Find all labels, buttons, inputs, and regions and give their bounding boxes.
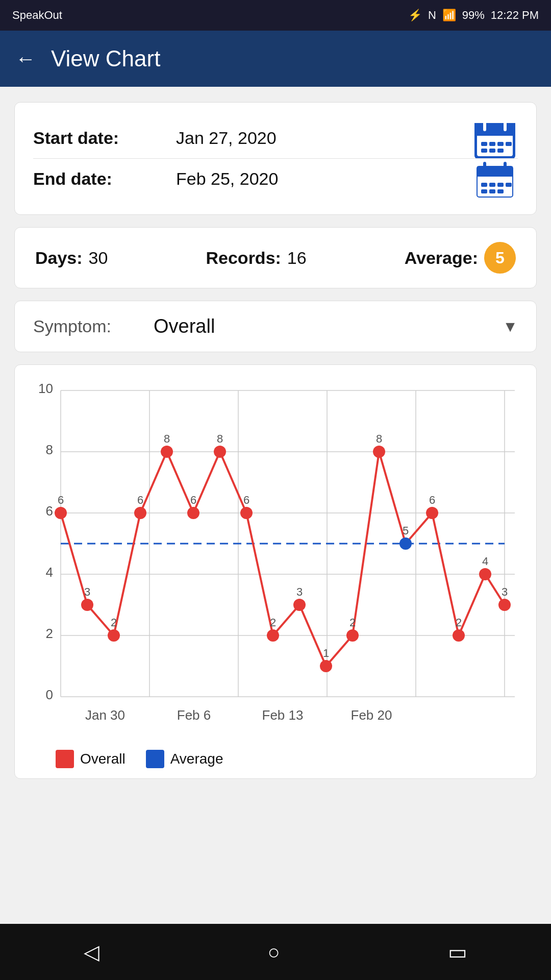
symptom-value: Overall <box>154 315 494 337</box>
start-date-row: Start date: Jan 27, 2020 <box>33 118 518 158</box>
nav-bar: ◁ ○ ▭ <box>0 924 551 980</box>
data-point-8 <box>267 629 279 642</box>
days-value: 30 <box>89 248 108 268</box>
legend-average-label: Average <box>170 751 223 767</box>
svg-text:Jan 30: Jan 30 <box>85 707 125 723</box>
end-date-row: End date: Feb 25, 2020 <box>33 158 518 199</box>
data-point-13 <box>399 537 412 550</box>
average-badge: 5 <box>484 242 516 274</box>
svg-rect-21 <box>489 183 495 187</box>
data-point-0 <box>55 507 67 519</box>
data-point-10 <box>320 660 332 672</box>
symptom-selector[interactable]: Symptom: Overall ▼ <box>14 301 537 352</box>
average-stat: Average: 5 <box>405 242 516 274</box>
status-bar: SpeakOut ⚡ N 📶 99% 12:22 PM <box>0 0 551 31</box>
data-point-14 <box>426 507 438 519</box>
svg-text:3: 3 <box>296 585 303 598</box>
data-point-3 <box>134 507 146 519</box>
start-date-value: Jan 27, 2020 <box>176 128 518 148</box>
svg-text:8: 8 <box>46 442 53 457</box>
stats-card: Days: 30 Records: 16 Average: 5 <box>14 227 537 288</box>
days-stat: Days: 30 <box>35 248 108 268</box>
records-label: Records: <box>206 248 281 268</box>
svg-text:Feb 6: Feb 6 <box>177 707 211 723</box>
legend-average: Average <box>146 750 223 768</box>
end-date-label: End date: <box>33 169 176 189</box>
end-calendar-icon[interactable] <box>472 156 518 202</box>
svg-text:3: 3 <box>84 585 90 598</box>
svg-text:8: 8 <box>376 432 382 445</box>
chart-container: 0 2 4 6 8 10 Jan 30 Feb 6 Feb 13 Feb 20 <box>25 380 526 740</box>
svg-text:10: 10 <box>38 381 53 396</box>
svg-rect-10 <box>497 142 504 146</box>
svg-text:5: 5 <box>403 524 409 537</box>
chart-card: 0 2 4 6 8 10 Jan 30 Feb 6 Feb 13 Feb 20 <box>14 364 537 779</box>
end-date-value: Feb 25, 2020 <box>176 169 518 189</box>
data-point-5 <box>187 507 199 519</box>
line-chart: 0 2 4 6 8 10 Jan 30 Feb 6 Feb 13 Feb 20 <box>25 380 545 738</box>
svg-text:6: 6 <box>58 494 64 506</box>
svg-text:2: 2 <box>270 616 276 629</box>
symptom-label: Symptom: <box>33 316 145 336</box>
svg-rect-8 <box>481 142 487 146</box>
data-point-6 <box>214 446 226 458</box>
records-value: 16 <box>287 248 307 268</box>
back-button[interactable]: ← <box>15 47 36 70</box>
svg-rect-23 <box>506 183 512 187</box>
svg-rect-11 <box>506 142 512 146</box>
svg-rect-5 <box>477 133 513 136</box>
svg-rect-9 <box>489 142 495 146</box>
svg-text:6: 6 <box>190 494 196 506</box>
svg-text:1: 1 <box>323 647 329 659</box>
start-calendar-icon[interactable] <box>472 115 518 161</box>
status-icons: ⚡ N 📶 99% 12:22 PM <box>408 9 539 22</box>
data-point-1 <box>81 599 93 611</box>
svg-rect-24 <box>481 189 487 193</box>
legend-color-average <box>146 750 164 768</box>
chart-legend: Overall Average <box>25 750 526 768</box>
data-point-9 <box>293 599 306 611</box>
page-title: View Chart <box>51 46 160 71</box>
svg-text:6: 6 <box>243 494 249 506</box>
svg-text:2: 2 <box>456 616 462 629</box>
svg-text:8: 8 <box>217 432 223 445</box>
nfc-icon: N <box>428 9 436 22</box>
nav-back-button[interactable]: ◁ <box>84 940 99 964</box>
data-point-17 <box>498 599 511 611</box>
svg-text:2: 2 <box>46 626 53 641</box>
svg-text:4: 4 <box>46 565 53 580</box>
days-label: Days: <box>35 248 83 268</box>
svg-rect-14 <box>497 149 504 153</box>
svg-rect-20 <box>481 183 487 187</box>
svg-rect-25 <box>489 189 495 193</box>
start-date-label: Start date: <box>33 128 176 148</box>
svg-text:6: 6 <box>46 503 53 519</box>
bluetooth-icon: ⚡ <box>408 9 422 22</box>
svg-text:2: 2 <box>111 616 117 629</box>
data-point-16 <box>479 568 491 580</box>
svg-text:Feb 13: Feb 13 <box>262 707 304 723</box>
svg-rect-26 <box>497 189 504 193</box>
signal-icon: 📶 <box>442 9 456 22</box>
svg-text:8: 8 <box>164 432 170 445</box>
data-point-11 <box>346 629 359 642</box>
legend-color-overall <box>56 750 74 768</box>
nav-home-button[interactable]: ○ <box>267 941 280 964</box>
svg-rect-13 <box>489 149 495 153</box>
data-point-2 <box>108 629 120 642</box>
svg-text:4: 4 <box>482 555 488 568</box>
svg-text:6: 6 <box>429 494 435 506</box>
data-point-7 <box>240 507 253 519</box>
svg-text:6: 6 <box>137 494 143 506</box>
battery-label: 99% <box>462 9 485 22</box>
content-area: Start date: Jan 27, 2020 <box>0 87 551 794</box>
svg-rect-17 <box>477 174 513 177</box>
dropdown-arrow-icon: ▼ <box>503 318 518 335</box>
svg-text:3: 3 <box>502 585 508 598</box>
nav-recent-button[interactable]: ▭ <box>448 940 467 964</box>
svg-rect-22 <box>497 183 504 187</box>
data-point-4 <box>161 446 173 458</box>
data-point-15 <box>453 629 465 642</box>
carrier-label: SpeakOut <box>12 9 62 22</box>
app-bar: ← View Chart <box>0 31 551 87</box>
